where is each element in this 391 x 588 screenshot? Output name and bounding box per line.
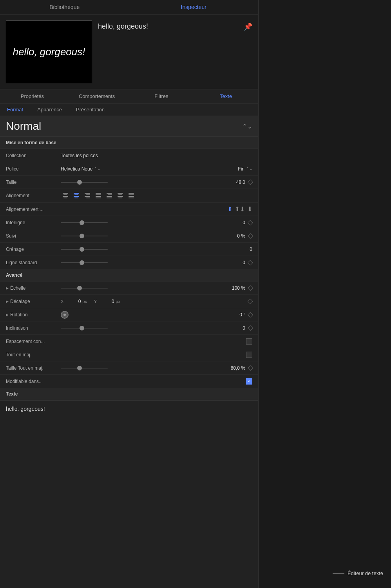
taille-maj-value: 80,0 % bbox=[230, 365, 245, 371]
style-selector[interactable]: Normal ⌃⌄ bbox=[0, 116, 258, 137]
subtab-format[interactable]: Format bbox=[4, 105, 26, 114]
taille-value: 48,0 bbox=[230, 180, 245, 185]
preview-thumbnail: hello, gorgeous! bbox=[6, 20, 92, 83]
align-center-btn[interactable] bbox=[72, 191, 81, 200]
subtab-apparence[interactable]: Apparence bbox=[34, 105, 65, 114]
label-taille-tout-en-maj: Taille Tout en maj. bbox=[6, 365, 61, 371]
decalage-x-unit: px bbox=[82, 299, 87, 304]
prop-modifiable: Modifiable dans... bbox=[0, 375, 258, 388]
tout-en-maj-checkbox[interactable] bbox=[246, 352, 252, 358]
taille-slider[interactable] bbox=[61, 182, 108, 183]
align-btn-7[interactable] bbox=[127, 191, 136, 200]
align-btn-5[interactable] bbox=[105, 191, 114, 200]
espacement-checkbox[interactable] bbox=[246, 338, 252, 345]
interligne-value: 0 bbox=[230, 220, 245, 225]
prop-crenage: Crénage 0 bbox=[0, 243, 258, 256]
modifiable-checkbox[interactable] bbox=[246, 378, 252, 385]
echelle-label-text: Échelle bbox=[10, 285, 25, 291]
label-tout-en-maj: Tout en maj. bbox=[6, 352, 61, 358]
prop-taille: Taille 48,0 bbox=[0, 176, 258, 189]
collection-value[interactable]: Toutes les polices bbox=[61, 153, 98, 158]
align-justify-btn[interactable] bbox=[94, 191, 103, 200]
preview-title-area: hello, gorgeous! 📌 bbox=[98, 20, 252, 31]
rotation-knob[interactable] bbox=[61, 311, 69, 319]
decalage-x-group: X 0 px bbox=[61, 299, 87, 304]
echelle-thumb bbox=[77, 286, 82, 290]
vert-align-top[interactable]: ⬆ bbox=[227, 205, 232, 213]
tab-proprietes[interactable]: Propriétés bbox=[0, 90, 65, 102]
echelle-value: 100 % bbox=[230, 285, 245, 291]
preview-title: hello, gorgeous! bbox=[98, 22, 148, 31]
align-buttons bbox=[61, 191, 136, 200]
value-crenage: 0 bbox=[61, 247, 252, 252]
inclinaison-slider[interactable] bbox=[61, 328, 108, 328]
police-style-arrow: ⌃⌄ bbox=[246, 167, 252, 171]
police-style-value[interactable]: Fin ⌃⌄ bbox=[238, 166, 252, 172]
rotation-keyframe[interactable] bbox=[248, 312, 253, 317]
stepper-icon[interactable]: ⌃⌄ bbox=[242, 123, 252, 130]
align-btn-6[interactable] bbox=[116, 191, 125, 200]
text-content: hello. gorgeous! bbox=[6, 406, 45, 412]
label-ligne-standard: Ligne standard bbox=[6, 260, 61, 265]
prop-collection: Collection Toutes les polices bbox=[0, 149, 258, 162]
tab-inspecteur[interactable]: Inspecteur bbox=[129, 0, 259, 14]
decalage-arrow[interactable]: ▶ bbox=[6, 299, 9, 303]
text-content-area[interactable]: hello. gorgeous! bbox=[0, 400, 258, 417]
echelle-slider[interactable] bbox=[61, 288, 108, 289]
tab-texte[interactable]: Texte bbox=[194, 90, 258, 102]
rotation-arrow[interactable]: ▶ bbox=[6, 313, 9, 317]
value-align-vert: ⬆ ⬆⬇ ⬇ bbox=[61, 205, 252, 213]
interligne-slider[interactable] bbox=[61, 222, 108, 223]
label-suivi: Suivi bbox=[6, 233, 61, 239]
decalage-y-group: Y 0 px bbox=[94, 299, 120, 304]
value-echelle: 100 % bbox=[61, 285, 252, 291]
decalage-y-value[interactable]: 0 bbox=[98, 299, 114, 304]
ligne-slider[interactable] bbox=[61, 262, 108, 263]
value-suivi: 0 % bbox=[61, 233, 252, 239]
vert-align-mid[interactable]: ⬆⬇ bbox=[235, 205, 245, 213]
section-mise-en-forme: Mise en forme de base bbox=[0, 137, 258, 149]
value-decalage: X 0 px Y 0 px bbox=[61, 299, 252, 304]
label-police: Police bbox=[6, 166, 61, 172]
ligne-value: 0 bbox=[230, 260, 245, 265]
prop-inclinaison: Inclinaison 0 bbox=[0, 321, 258, 335]
taille-keyframe[interactable] bbox=[248, 179, 253, 185]
rotation-label-text: Rotation bbox=[10, 312, 28, 318]
label-crenage: Crénage bbox=[6, 247, 61, 252]
tab-comportements[interactable]: Comportements bbox=[65, 90, 129, 102]
ligne-keyframe[interactable] bbox=[248, 260, 253, 265]
subtab-presentation[interactable]: Présentation bbox=[73, 105, 108, 114]
taille-maj-keyframe[interactable] bbox=[248, 365, 253, 370]
vert-align-bot[interactable]: ⬇ bbox=[247, 205, 252, 213]
prop-echelle: ▶ Échelle 100 % bbox=[0, 281, 258, 295]
pin-icon[interactable]: 📌 bbox=[244, 22, 252, 31]
value-espacement bbox=[61, 338, 252, 345]
echelle-keyframe[interactable] bbox=[248, 285, 253, 290]
inclinaison-thumb bbox=[80, 326, 84, 330]
prop-rotation: ▶ Rotation 0 ° bbox=[0, 308, 258, 321]
echelle-arrow[interactable]: ▶ bbox=[6, 286, 9, 290]
second-tabs: Propriétés Comportements Filtres Texte bbox=[0, 89, 258, 103]
tab-filtres[interactable]: Filtres bbox=[129, 90, 194, 102]
crenage-slider[interactable] bbox=[61, 249, 108, 250]
ligne-thumb bbox=[80, 260, 84, 265]
align-left-btn[interactable] bbox=[61, 191, 70, 200]
right-panel: Éditeur de texte bbox=[259, 0, 391, 588]
prop-police: Police Helvetica Neue ⌃⌄ Fin ⌃⌄ bbox=[0, 162, 258, 176]
rotation-value: 0 ° bbox=[230, 312, 245, 318]
section-avance: Avancé bbox=[0, 269, 258, 281]
suivi-keyframe[interactable] bbox=[248, 233, 253, 238]
tab-bibliotheque[interactable]: Bibliothèque bbox=[0, 0, 129, 14]
inclinaison-keyframe[interactable] bbox=[248, 325, 253, 330]
police-font-name: Helvetica Neue bbox=[61, 166, 92, 172]
prop-suivi: Suivi 0 % bbox=[0, 229, 258, 243]
label-echelle: ▶ Échelle bbox=[6, 285, 61, 291]
label-alignement: Alignement bbox=[6, 193, 61, 198]
taille-maj-slider[interactable] bbox=[61, 368, 108, 368]
interligne-keyframe[interactable] bbox=[248, 220, 253, 225]
suivi-slider[interactable] bbox=[61, 236, 108, 236]
decalage-keyframe[interactable] bbox=[248, 298, 253, 304]
align-right-btn[interactable] bbox=[83, 191, 92, 200]
police-font-value[interactable]: Helvetica Neue ⌃⌄ bbox=[61, 166, 100, 172]
decalage-x-value[interactable]: 0 bbox=[65, 299, 81, 304]
